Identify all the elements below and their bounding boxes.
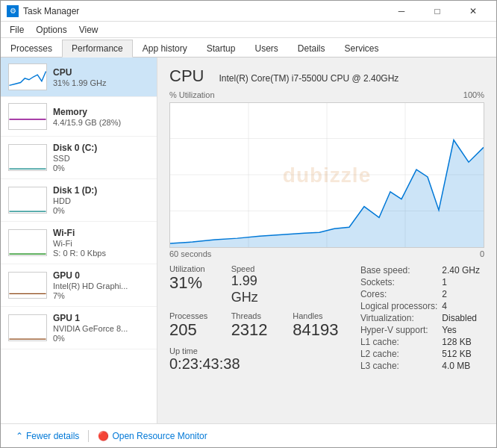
wifi-mini-graph: [8, 229, 47, 256]
tab-users[interactable]: Users: [245, 39, 287, 57]
graph-time-label: 60 seconds: [169, 249, 211, 258]
handles-value: 84193: [293, 320, 343, 340]
fewer-details-label: Fewer details: [26, 431, 79, 441]
stat-threads: Threads 2312: [231, 311, 281, 340]
l1-label: L1 cache:: [360, 336, 442, 348]
panel-title: CPU: [169, 66, 204, 86]
disk0-title: Disk 0 (C:): [53, 143, 149, 153]
app-icon: ⚙: [7, 5, 19, 17]
gpu1-mini-graph: [8, 314, 47, 341]
l1-value: 128 KB: [442, 336, 484, 348]
right-stats: Base speed: 2.40 GHz Sockets: 1 Cores: 2: [360, 264, 484, 373]
stat-speed: Speed 1.99 GHz: [231, 264, 281, 305]
uptime-label: Up time: [169, 346, 343, 355]
cpu-sub: 31% 1.99 GHz: [53, 78, 149, 87]
fewer-details-button[interactable]: ⌃ Fewer details: [10, 428, 85, 444]
tab-processes[interactable]: Processes: [1, 39, 62, 57]
graph-max-label: 100%: [463, 90, 484, 99]
disk0-sub1: SSD: [53, 154, 149, 163]
wifi-title: Wi-Fi: [53, 228, 149, 238]
utilization-label: Utilization: [169, 264, 219, 273]
tab-details[interactable]: Details: [288, 39, 335, 57]
main-content: CPU 31% 1.99 GHz Memory 4.4/15.9 GB (28%…: [1, 57, 496, 423]
memory-title: Memory: [53, 107, 149, 117]
processes-value: 205: [169, 320, 219, 340]
open-resource-monitor-button[interactable]: 🔴 Open Resource Monitor: [92, 428, 213, 444]
open-resource-monitor-label: Open Resource Monitor: [112, 431, 207, 441]
disk1-info: Disk 1 (D:) HDD 0%: [53, 185, 149, 215]
sidebar-item-cpu[interactable]: CPU 31% 1.99 GHz: [1, 57, 157, 97]
sockets-value: 1: [442, 276, 484, 288]
window-title: Task Manager: [23, 6, 384, 16]
graph-label-top: % Utilization 100%: [169, 90, 484, 99]
close-button[interactable]: ✕: [456, 1, 490, 22]
base-speed-label: Base speed:: [360, 264, 442, 276]
threads-label: Threads: [231, 311, 281, 320]
sidebar-item-disk1[interactable]: Disk 1 (D:) HDD 0%: [1, 179, 157, 222]
processes-label: Processes: [169, 311, 219, 320]
menu-file[interactable]: File: [4, 23, 30, 37]
sidebar-item-wifi[interactable]: Wi-Fi Wi-Fi S: 0 R: 0 Kbps: [1, 222, 157, 264]
memory-info: Memory 4.4/15.9 GB (28%): [53, 107, 149, 127]
handles-label: Handles: [293, 311, 343, 320]
disk1-title: Disk 1 (D:): [53, 185, 149, 196]
gpu1-sub1: NVIDIA GeForce 8...: [53, 324, 149, 333]
sidebar-item-disk0[interactable]: Disk 0 (C:) SSD 0%: [1, 137, 157, 179]
speed-value: 1.99 GHz: [231, 273, 281, 305]
gpu0-info: GPU 0 Intel(R) HD Graphi... 7%: [53, 270, 149, 300]
disk1-sub2: 0%: [53, 206, 149, 215]
graph-y-label: % Utilization: [169, 90, 215, 99]
window-controls: ─ □ ✕: [384, 1, 490, 22]
disk0-info: Disk 0 (C:) SSD 0%: [53, 143, 149, 172]
base-speed-value: 2.40 GHz: [442, 264, 484, 276]
gpu1-sub2: 0%: [53, 334, 149, 343]
disk1-mini-graph: [8, 187, 47, 214]
threads-value: 2312: [231, 320, 281, 340]
cpu-header: CPU Intel(R) Core(TM) i7-5500U CPU @ 2.4…: [169, 66, 484, 86]
logical-processors-label: Logical processors:: [360, 300, 442, 312]
memory-mini-graph: [8, 103, 47, 130]
sidebar-item-gpu0[interactable]: GPU 0 Intel(R) HD Graphi... 7%: [1, 264, 157, 307]
title-bar: ⚙ Task Manager ─ □ ✕: [1, 1, 496, 22]
tabs-bar: Processes Performance App history Startu…: [1, 38, 496, 57]
maximize-button[interactable]: □: [420, 1, 454, 22]
memory-sub: 4.4/15.9 GB (28%): [53, 118, 149, 127]
gpu1-info: GPU 1 NVIDIA GeForce 8... 0%: [53, 313, 149, 343]
sidebar: CPU 31% 1.99 GHz Memory 4.4/15.9 GB (28%…: [1, 57, 157, 423]
sidebar-item-memory[interactable]: Memory 4.4/15.9 GB (28%): [1, 97, 157, 137]
tab-performance[interactable]: Performance: [62, 40, 133, 57]
gpu0-mini-graph: [8, 272, 47, 299]
sidebar-item-gpu1[interactable]: GPU 1 NVIDIA GeForce 8... 0%: [1, 307, 157, 349]
gpu0-title: GPU 0: [53, 270, 149, 281]
virtualization-value: Disabled: [442, 312, 484, 324]
menu-view[interactable]: View: [73, 23, 104, 37]
cores-label: Cores:: [360, 288, 442, 300]
disk1-sub1: HDD: [53, 196, 149, 205]
gpu0-sub2: 7%: [53, 291, 149, 300]
task-manager-window: ⚙ Task Manager ─ □ ✕ File Options View P…: [0, 0, 497, 448]
stats-grid: Utilization 31% Speed 1.99 GHz Processes: [169, 264, 343, 340]
chevron-up-icon: ⌃: [16, 431, 23, 441]
tab-app-history[interactable]: App history: [133, 39, 197, 57]
wifi-sub1: Wi-Fi: [53, 239, 149, 248]
logical-processors-value: 4: [442, 300, 484, 312]
disk0-sub2: 0%: [53, 164, 149, 172]
tab-startup[interactable]: Startup: [197, 39, 246, 57]
l3-label: L3 cache:: [360, 360, 442, 372]
graph-time-right: 0: [480, 249, 484, 258]
wifi-info: Wi-Fi Wi-Fi S: 0 R: 0 Kbps: [53, 228, 149, 258]
menu-options[interactable]: Options: [30, 23, 72, 37]
monitor-icon: 🔴: [98, 431, 109, 441]
main-panel: CPU Intel(R) Core(TM) i7-5500U CPU @ 2.4…: [157, 57, 496, 423]
cpu-title: CPU: [53, 67, 149, 78]
tab-services[interactable]: Services: [335, 39, 389, 57]
sockets-label: Sockets:: [360, 276, 442, 288]
cpu-info: CPU 31% 1.99 GHz: [53, 67, 149, 87]
virtualization-label: Virtualization:: [360, 312, 442, 324]
hyperv-value: Yes: [442, 324, 484, 336]
cores-value: 2: [442, 288, 484, 300]
stat-utilization: Utilization 31%: [169, 264, 219, 305]
l2-value: 512 KB: [442, 348, 484, 360]
hyperv-label: Hyper-V support:: [360, 324, 442, 336]
minimize-button[interactable]: ─: [384, 1, 419, 22]
